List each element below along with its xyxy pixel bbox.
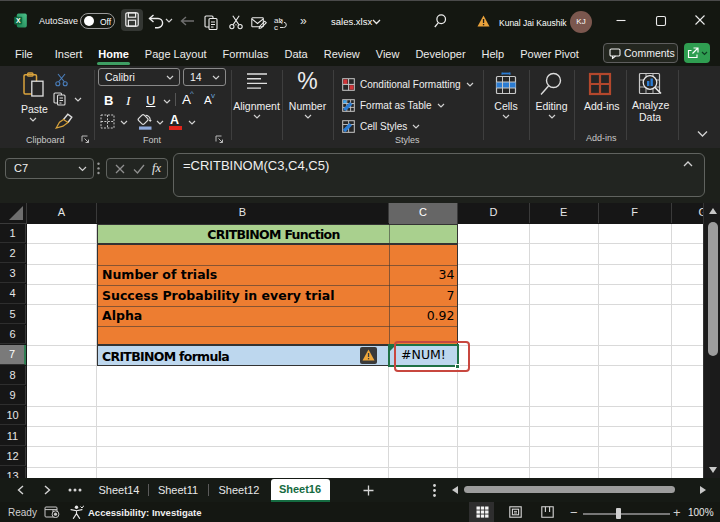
row-header-9[interactable]: 9 — [0, 386, 26, 405]
tabs-scroll-right-chevron[interactable] — [44, 485, 51, 495]
row-header-2[interactable]: 2 — [0, 244, 26, 263]
ribbon-collapse-chevron[interactable] — [697, 130, 708, 138]
zoom-level[interactable]: 100% — [688, 507, 714, 518]
conditional-formatting-button[interactable]: Conditional Formatting — [342, 77, 474, 91]
font-color-chevron[interactable] — [188, 120, 196, 125]
row-header-3[interactable]: 3 — [0, 264, 26, 283]
alignment-group[interactable]: Alignment — [231, 66, 282, 148]
row-header-11[interactable]: 11 — [0, 427, 26, 446]
row-header-5[interactable]: 5 — [0, 305, 26, 324]
save-button[interactable] — [121, 9, 143, 31]
cell-styles-button[interactable]: Cell Styles — [342, 119, 420, 133]
hscroll-right-arrow[interactable] — [700, 486, 706, 494]
paste-label[interactable]: Paste — [21, 103, 48, 115]
tabs-more-dots[interactable] — [68, 488, 82, 492]
spelling-button[interactable]: ab c — [272, 15, 289, 30]
underline-button[interactable]: U — [146, 93, 155, 108]
row-header-10[interactable]: 10 — [0, 406, 26, 425]
analyze-data-label-line2[interactable]: Data — [639, 111, 661, 123]
cut-button[interactable] — [229, 15, 243, 30]
close-button[interactable] — [691, 11, 709, 29]
addins-icon[interactable] — [588, 72, 612, 96]
zoom-out-button[interactable]: − — [570, 505, 578, 520]
clipboard-dialog-launcher[interactable] — [81, 135, 90, 144]
error-checking-button[interactable] — [360, 347, 377, 364]
document-title[interactable]: sales.xlsx — [331, 16, 372, 27]
minimize-button[interactable] — [612, 11, 630, 29]
column-header-f[interactable]: F — [599, 203, 672, 223]
font-name-select[interactable]: Calibri — [98, 68, 180, 86]
tab-file[interactable]: File — [7, 33, 41, 66]
page-break-view-icon[interactable] — [541, 506, 554, 518]
user-name[interactable]: Kunal Jai Kaushik — [499, 18, 567, 28]
accessibility-status[interactable]: Accessibility: Investigate — [88, 507, 202, 518]
borders-dropdown-chevron[interactable] — [120, 120, 128, 125]
tab-options-dots[interactable] — [433, 484, 436, 497]
sheet-tab-sheet16-active[interactable]: Sheet16 — [271, 479, 330, 503]
page-layout-view-icon[interactable] — [509, 506, 522, 518]
sheet-tab-sheet14[interactable]: Sheet14 — [90, 478, 148, 503]
enter-icon[interactable] — [133, 164, 145, 174]
comments-button[interactable]: Comments — [603, 43, 678, 63]
tab-help[interactable]: Help — [474, 33, 513, 66]
zoom-in-button[interactable]: + — [673, 505, 681, 520]
input-block[interactable]: Number of trials 34 Success Probability … — [97, 244, 458, 346]
fill-color-chevron[interactable] — [156, 120, 164, 125]
copy-icon[interactable] — [53, 92, 69, 106]
qat-overflow-chevron[interactable]: » — [300, 14, 307, 28]
column-header-e[interactable]: E — [530, 203, 599, 223]
tab-developer[interactable]: Developer — [407, 33, 473, 66]
column-header-c[interactable]: C — [389, 203, 458, 224]
tab-insert[interactable]: Insert — [47, 33, 91, 66]
tab-data[interactable]: Data — [276, 33, 315, 66]
zoom-slider-track[interactable] — [583, 513, 670, 515]
maximize-button[interactable] — [652, 12, 670, 30]
tab-formulas[interactable]: Formulas — [215, 33, 277, 66]
italic-button[interactable]: I — [126, 93, 131, 109]
horizontal-scroll-thumb[interactable] — [464, 486, 675, 493]
bold-button[interactable]: B — [104, 93, 113, 108]
borders-icon[interactable] — [100, 114, 115, 129]
scroll-up-arrow[interactable] — [709, 208, 717, 214]
formula-bar-expand-chevron[interactable] — [683, 161, 693, 167]
row-header-6[interactable]: 6 — [0, 325, 26, 344]
tab-page-layout[interactable]: Page Layout — [137, 33, 215, 66]
search-icon[interactable] — [434, 14, 447, 28]
tab-power-pivot[interactable]: Power Pivot — [512, 33, 587, 66]
cell-b7[interactable]: CRITBINOM formula — [97, 345, 389, 365]
fill-color-icon[interactable] — [137, 113, 153, 130]
number-group[interactable]: % Number — [282, 66, 333, 148]
add-sheet-button[interactable] — [363, 485, 374, 496]
cut-icon[interactable] — [55, 73, 68, 87]
paste-icon[interactable] — [23, 72, 44, 97]
autosave-toggle[interactable]: Off — [80, 13, 115, 29]
row-header-7[interactable]: 7 — [0, 345, 26, 364]
font-dialog-launcher[interactable] — [215, 135, 224, 144]
row-header-8[interactable]: 8 — [0, 366, 26, 385]
user-avatar[interactable]: KJ — [570, 11, 592, 33]
tab-review[interactable]: Review — [316, 33, 368, 66]
cell-b1-title[interactable]: CRITBINOM Function — [97, 224, 458, 244]
document-title-chevron[interactable] — [372, 19, 381, 25]
vertical-scrollbar[interactable] — [703, 203, 720, 478]
name-box-chevron[interactable] — [78, 166, 87, 172]
font-color-button[interactable]: A — [170, 113, 179, 127]
row-header-12[interactable]: 12 — [0, 447, 26, 466]
formula-input[interactable]: =CRITBINOM(C3,C4,C5) — [173, 153, 705, 197]
copy-button[interactable] — [204, 15, 220, 30]
format-as-table-button[interactable]: Format as Table — [342, 98, 445, 112]
cancel-icon[interactable] — [115, 164, 125, 174]
font-size-select[interactable]: 14 — [183, 68, 226, 86]
column-header-a[interactable]: A — [27, 203, 97, 223]
macro-record-icon[interactable] — [44, 506, 61, 518]
share-button[interactable] — [684, 43, 710, 63]
row-header-4[interactable]: 4 — [0, 284, 26, 303]
undo-button[interactable] — [148, 14, 164, 29]
copy-dropdown-chevron[interactable] — [74, 97, 82, 102]
vertical-scroll-thumb[interactable] — [708, 222, 718, 356]
select-all-corner[interactable] — [0, 203, 27, 224]
column-header-d[interactable]: D — [458, 203, 530, 223]
accessibility-icon[interactable] — [70, 505, 84, 519]
column-header-b[interactable]: B — [97, 203, 389, 223]
zoom-slider-thumb[interactable] — [616, 508, 621, 519]
